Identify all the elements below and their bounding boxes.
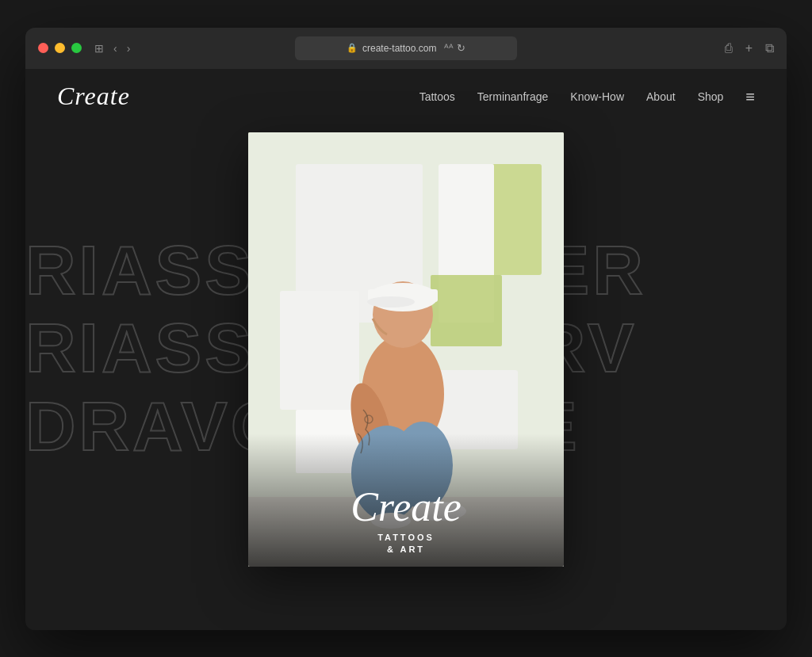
svg-point-18 [367,296,415,307]
svg-rect-7 [431,275,502,346]
title-bar: ⊞ ‹ › 🔒 create-tattoo.com ᴬᴬ ↻ ⎙ + ⧉ [25,28,787,69]
minimize-button[interactable] [55,43,65,53]
svg-text:TATTOOS: TATTOOS [377,533,435,542]
close-button[interactable] [38,43,48,53]
hamburger-icon[interactable]: ≡ [745,89,755,105]
nav-about[interactable]: About [646,90,676,103]
sidebar-toggle-icon[interactable]: ⊞ [94,42,104,55]
traffic-lights [38,43,82,53]
hero-image-bg: Create TATTOOS & ART [248,132,564,567]
site-nav: Create Tattoos Terminanfrage Know-How Ab… [25,69,787,124]
nav-knowhow[interactable]: Know-How [570,90,624,103]
maximize-button[interactable] [71,43,82,53]
url-text: create-tattoo.com [362,43,436,54]
reader-icon: ᴬᴬ ↻ [444,42,465,54]
back-icon[interactable]: ‹ [113,42,117,55]
svg-rect-4 [280,291,359,410]
share-icon[interactable]: ⎙ [725,41,733,55]
site-content: Create Tattoos Terminanfrage Know-How Ab… [25,69,787,630]
nav-controls: ⊞ ‹ › [94,42,130,55]
hero-image: Create TATTOOS & ART [248,132,564,567]
hero-svg: Create TATTOOS & ART [248,132,564,567]
nav-terminanfrage[interactable]: Terminanfrage [477,90,549,103]
new-tab-icon[interactable]: + [745,41,753,55]
svg-text:& ART: & ART [387,544,425,554]
lock-icon: 🔒 [347,43,358,53]
nav-shop[interactable]: Shop [698,90,724,103]
svg-text:Create: Create [350,484,462,529]
address-bar[interactable]: 🔒 create-tattoo.com ᴬᴬ ↻ [295,36,517,60]
title-bar-actions: ⎙ + ⧉ [725,41,774,55]
nav-tattoos[interactable]: Tattoos [419,90,455,103]
browser-window: ⊞ ‹ › 🔒 create-tattoo.com ᴬᴬ ↻ ⎙ + ⧉ Cre… [25,28,787,630]
forward-icon[interactable]: › [127,42,131,55]
nav-links: Tattoos Terminanfrage Know-How About Sho… [419,89,755,105]
tabs-icon[interactable]: ⧉ [765,41,774,55]
site-logo[interactable]: Create [57,82,130,111]
